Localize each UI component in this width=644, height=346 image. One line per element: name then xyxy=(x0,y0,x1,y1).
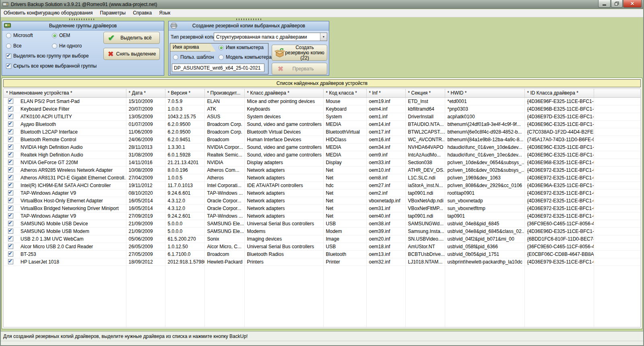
create-backup-button[interactable]: Создать резервную копию (22) xyxy=(272,45,327,61)
row-checkbox[interactable] xyxy=(8,221,13,226)
radio-oem[interactable]: OEM xyxy=(52,33,70,38)
table-row[interactable]: Keyboard Device Filter20/07/20091.0.0.3A… xyxy=(4,105,641,113)
radio-microsoft-circle[interactable] xyxy=(6,33,11,38)
archive-name-input[interactable] xyxy=(172,64,264,72)
column-header[interactable]: * Inf * xyxy=(366,89,405,97)
table-row[interactable]: Bluetooth L2CAP Interface11/06/20096.2.0… xyxy=(4,128,641,136)
table-row[interactable]: VirtualBox Bridged Networking Driver Min… xyxy=(4,204,641,212)
close-button[interactable]: ✕ xyxy=(623,0,642,8)
backup-type-dropdown[interactable]: Структурированная папка с драйверами ▼ xyxy=(214,33,327,41)
restore-button[interactable] xyxy=(611,0,623,8)
menu-item[interactable]: Справка xyxy=(129,9,155,17)
checkbox-hide-others[interactable]: Скрыть все кроме выбранной группы xyxy=(6,63,97,69)
menu-item[interactable]: Обновить конфигурацию оборудования xyxy=(0,9,96,17)
row-checkbox[interactable] xyxy=(8,244,13,249)
table-row[interactable]: BT-25327/05/20096.1.7100.0BroadcomBlueto… xyxy=(4,250,641,258)
abort-button[interactable]: ✖ Прервать xyxy=(272,63,327,75)
radio-computer-model-label: Модель компьютера xyxy=(226,54,272,60)
row-checkbox[interactable] xyxy=(8,183,13,188)
row-checkbox[interactable] xyxy=(8,106,13,111)
column-header[interactable]: * HWID * xyxy=(445,89,524,97)
row-checkbox[interactable] xyxy=(8,129,13,134)
cell: 16/05/2014 xyxy=(126,197,165,204)
table-row[interactable]: Intel(R) ICH9M-E/M SATA AHCI Controller1… xyxy=(4,181,641,189)
row-checkbox[interactable] xyxy=(8,251,13,257)
table-row[interactable]: USB 2.0 1.3M UVC WebCam05/06/200961.5.20… xyxy=(4,235,641,243)
row-checkbox[interactable] xyxy=(8,137,13,142)
cell: Network adapters xyxy=(244,204,323,212)
row-checkbox[interactable] xyxy=(8,160,13,165)
table-row[interactable]: HP LaserJet 101818/09/20122012.918.1.579… xyxy=(4,258,641,266)
column-header[interactable]: * Код класса * xyxy=(323,89,366,97)
select-all-button[interactable]: ✔ Выделить всё xyxy=(103,32,160,44)
panel-gripper[interactable] xyxy=(69,19,94,20)
column-header[interactable]: * Наименование устройства * xyxy=(4,89,126,97)
radio-all[interactable]: Все xyxy=(6,43,22,49)
column-header[interactable]: * Класс драйвера * xyxy=(244,89,323,97)
row-checkbox[interactable] xyxy=(8,190,13,196)
row-checkbox[interactable] xyxy=(8,206,13,211)
row-checkbox[interactable] xyxy=(8,236,13,241)
radio-none-circle[interactable] xyxy=(52,43,57,49)
cell: 01/07/2009 xyxy=(126,120,165,128)
cell: Atheros AR9285 Wireless Network Adapter xyxy=(17,166,126,174)
menu-item[interactable]: Язык xyxy=(155,9,174,17)
cell: Network adapters xyxy=(244,166,323,174)
row-checkbox[interactable] xyxy=(8,144,13,150)
column-header[interactable]: * Дата * xyxy=(126,89,165,97)
table-row[interactable]: Аудио Bluetooth01/07/20096.2.0.9500Broad… xyxy=(4,120,641,128)
table-row[interactable]: ELAN PS/2 Port Smart-Pad15/10/20097.0.5.… xyxy=(4,97,641,105)
row-checkbox[interactable] xyxy=(8,99,13,104)
column-header[interactable]: * ID Класса драйвера * xyxy=(524,89,594,97)
clear-selection-button[interactable]: ✖ Снять выделение xyxy=(103,48,160,60)
table-row[interactable]: NVIDIA GeForce GT 220M14/11/201621.21.13… xyxy=(4,159,641,166)
row-checkbox[interactable] xyxy=(8,198,13,203)
panel-gripper[interactable] xyxy=(236,19,261,20)
column-header[interactable]: * Производит... xyxy=(204,89,244,97)
radio-computer-name[interactable]: Имя компьютера xyxy=(219,45,264,50)
row-checkbox[interactable] xyxy=(8,229,13,234)
table-row[interactable]: Bluetooth Remote Control24/06/20096.2.0.… xyxy=(4,136,641,143)
cell: Bluetooth Radios xyxy=(244,250,323,258)
radio-microsoft[interactable]: Microsoft xyxy=(6,33,33,38)
table-row[interactable]: Realtek High Definition Audio31/08/20096… xyxy=(4,151,641,159)
cell: tap0901.ndi xyxy=(405,212,445,220)
radio-computer-model-circle[interactable] xyxy=(219,55,224,60)
radio-computer-name-circle[interactable] xyxy=(219,45,224,50)
cell: Sound, video and game controllers xyxy=(244,120,323,128)
table-row[interactable]: TAP-Windows Adapter V927/09/20199.24.2.6… xyxy=(4,212,641,220)
cell: HIDClass xyxy=(323,136,366,143)
row-checkbox[interactable] xyxy=(8,122,13,127)
table-row[interactable]: TAP-Windows Adapter V908/10/20209.24.6.6… xyxy=(4,189,641,197)
cell: USB xyxy=(323,220,366,227)
row-checkbox[interactable] xyxy=(8,259,13,264)
radio-user-template-circle[interactable] xyxy=(173,55,178,60)
column-header[interactable]: * Версия * xyxy=(165,89,204,97)
radio-computer-model[interactable]: Модель компьютера xyxy=(219,54,272,60)
row-checkbox[interactable] xyxy=(8,213,13,218)
table-row[interactable]: VirtualBox Host-Only Ethernet Adapter16/… xyxy=(4,197,641,204)
checkbox-select-whole-group[interactable]: Выделять всю группу при выборе xyxy=(6,53,89,59)
table-row[interactable]: ATK0100 ACPI UTILITY13/05/20091043.2.15.… xyxy=(4,113,641,120)
table-row[interactable]: Atheros AR9285 Wireless Network Adapter1… xyxy=(4,166,641,174)
radio-oem-circle[interactable] xyxy=(52,33,57,38)
checkbox-select-whole-group-box[interactable] xyxy=(6,54,11,59)
table-row[interactable]: SAMSUNG Mobile USB Device21/09/20095.0.0… xyxy=(4,220,641,227)
menu-item[interactable]: Параметры xyxy=(96,9,129,17)
empty-row xyxy=(4,273,641,281)
dropdown-button[interactable]: ▼ xyxy=(320,33,327,41)
table-row[interactable]: SAMSUNG Mobile USB Modem21/09/20095.0.0.… xyxy=(4,227,641,235)
minimize-button[interactable] xyxy=(598,0,611,8)
checkbox-hide-others-box[interactable] xyxy=(6,64,11,69)
radio-all-circle[interactable] xyxy=(6,43,11,49)
row-checkbox[interactable] xyxy=(8,114,13,119)
radio-user-template[interactable]: Польз. шаблон xyxy=(173,54,214,60)
table-row[interactable]: Atheros AR8131 PCI-E Gigabit Ethernet Co… xyxy=(4,174,641,181)
radio-none[interactable]: Ни одного xyxy=(52,43,82,49)
table-row[interactable]: NVIDIA High Definition Audio28/11/20131.… xyxy=(4,143,641,151)
row-checkbox[interactable] xyxy=(8,152,13,157)
row-checkbox[interactable] xyxy=(8,167,13,173)
row-checkbox[interactable] xyxy=(8,175,13,180)
column-header[interactable]: * Секция * xyxy=(405,89,445,97)
table-row[interactable]: Alcor Micro USB 2.0 Card Reader26/05/200… xyxy=(4,243,641,250)
